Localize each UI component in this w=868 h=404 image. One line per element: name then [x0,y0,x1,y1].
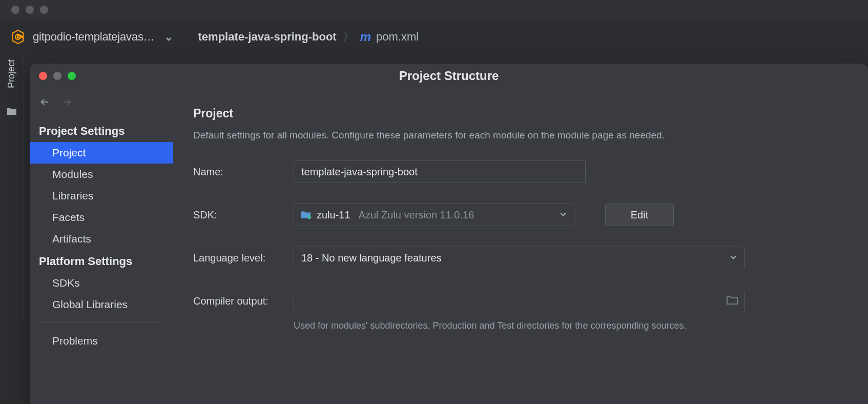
browse-folder-icon[interactable] [727,295,738,308]
maven-icon: m [360,30,370,44]
sidebar-item-libraries[interactable]: Libraries [30,185,173,207]
chevron-down-icon: ⌄ [164,30,173,44]
window-controls-inactive [11,6,48,14]
language-level-dropdown[interactable]: 18 - No new language features [294,247,745,269]
name-row: Name: [193,160,849,183]
breadcrumb-separator: 〉 [343,29,354,45]
ide-window: gitpodio-templatejavas… ⌄ template-java-… [0,0,868,404]
sdk-value-primary: zulu-11 [317,209,350,221]
project-name-input[interactable] [294,160,586,183]
content-heading: Project [193,107,849,120]
gitpod-icon [10,29,26,45]
settings-content: Project Default settings for all modules… [173,88,868,404]
edit-sdk-button[interactable]: Edit [605,204,674,226]
sidebar-item-project[interactable]: Project [30,142,173,164]
sidebar-item-global-libraries[interactable]: Global Libraries [30,294,173,315]
breadcrumb-root[interactable]: template-java-spring-boot [198,30,337,44]
left-tool-gutter: Project [0,54,24,321]
zoom-icon[interactable] [68,72,76,80]
name-label: Name: [193,166,279,178]
compiler-output-label: Compiler output: [193,295,279,307]
sidebar-divider [39,322,164,323]
sidebar-item-problems[interactable]: Problems [30,330,173,352]
project-structure-dialog: Project Structure Project Settings Proje… [30,64,868,404]
language-level-label: Language level: [193,252,279,264]
history-nav [30,93,173,119]
sdk-value-secondary: Azul Zulu version 11.0.16 [359,209,474,221]
sdk-dropdown[interactable]: zulu-11 Azul Zulu version 11.0.16 [294,204,574,226]
close-icon[interactable] [39,72,47,80]
project-name-label: gitpodio-templatejavas… [33,30,155,44]
svg-point-0 [307,215,311,219]
settings-sidebar: Project Settings Project Modules Librari… [30,88,173,404]
compiler-output-hint: Used for modules' subdirectories, Produc… [294,320,849,331]
project-switcher[interactable]: gitpodio-templatejavas… ⌄ [0,19,183,54]
sidebar-item-modules[interactable]: Modules [30,164,173,185]
back-button[interactable] [39,96,50,110]
jdk-folder-icon [300,209,312,220]
vertical-divider [191,26,191,48]
project-settings-header: Project Settings [30,119,173,142]
chevron-down-icon [730,253,737,264]
traffic-close-icon[interactable] [11,6,19,14]
project-tool-tab[interactable]: Project [6,59,17,88]
sdk-label: SDK: [193,209,279,221]
sidebar-item-facets[interactable]: Facets [30,207,173,228]
content-description: Default settings for all modules. Config… [193,130,849,141]
breadcrumb: template-java-spring-boot 〉 m pom.xml [198,29,419,45]
chevron-down-icon [560,210,567,220]
folder-icon[interactable] [7,107,17,118]
sidebar-item-sdks[interactable]: SDKs [30,272,173,294]
sdk-row: SDK: zulu-11 Azul Zulu version 11.0.16 E… [193,204,849,226]
traffic-minimize-icon[interactable] [26,6,34,14]
forward-button[interactable] [61,96,73,110]
breadcrumb-file[interactable]: pom.xml [376,30,419,44]
language-level-row: Language level: 18 - No new language fea… [193,247,849,269]
platform-settings-header: Platform Settings [30,250,173,272]
dialog-titlebar: Project Structure [30,64,868,88]
minimize-icon[interactable] [53,72,61,80]
dialog-body: Project Settings Project Modules Librari… [30,88,868,404]
language-level-value: 18 - No new language features [301,252,442,264]
dialog-title: Project Structure [30,69,868,83]
traffic-zoom-icon[interactable] [40,6,48,14]
ide-titlebar [0,0,868,19]
compiler-output-row: Compiler output: [193,290,849,312]
ide-toolbar: gitpodio-templatejavas… ⌄ template-java-… [0,19,868,54]
sidebar-item-artifacts[interactable]: Artifacts [30,228,173,250]
dialog-window-controls [39,72,76,80]
compiler-output-input[interactable] [294,290,745,312]
